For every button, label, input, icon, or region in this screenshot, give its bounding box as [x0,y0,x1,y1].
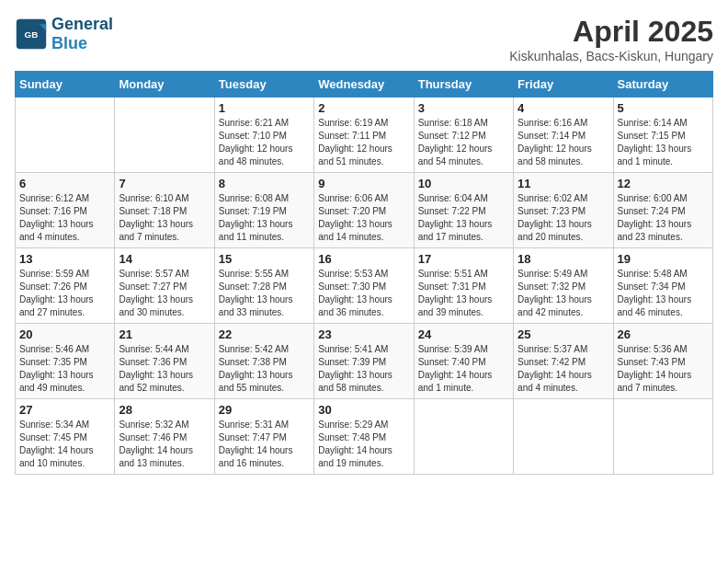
calendar-cell: 13Sunrise: 5:59 AMSunset: 7:26 PMDayligh… [16,248,115,324]
day-info: Sunrise: 6:06 AMSunset: 7:20 PMDaylight:… [318,193,392,242]
day-info: Sunrise: 5:41 AMSunset: 7:39 PMDaylight:… [318,344,392,393]
day-info: Sunrise: 6:02 AMSunset: 7:23 PMDaylight:… [518,193,592,242]
calendar-header-row: SundayMondayTuesdayWednesdayThursdayFrid… [16,72,713,98]
calendar-cell [16,98,115,173]
day-info: Sunrise: 5:46 AMSunset: 7:35 PMDaylight:… [19,344,94,393]
calendar-title: April 2025 [509,15,713,49]
day-number: 13 [19,252,110,266]
calendar-cell: 4Sunrise: 6:16 AMSunset: 7:14 PMDaylight… [514,98,613,173]
calendar-cell: 10Sunrise: 6:04 AMSunset: 7:22 PMDayligh… [414,173,513,248]
day-number: 3 [418,101,509,115]
calendar-week-row: 27Sunrise: 5:34 AMSunset: 7:45 PMDayligh… [16,399,713,475]
day-info: Sunrise: 5:39 AMSunset: 7:40 PMDaylight:… [418,344,493,393]
day-number: 19 [618,252,709,266]
day-info: Sunrise: 5:59 AMSunset: 7:26 PMDaylight:… [19,269,94,317]
calendar-cell: 20Sunrise: 5:46 AMSunset: 7:35 PMDayligh… [16,324,115,399]
day-info: Sunrise: 6:14 AMSunset: 7:15 PMDaylight:… [618,118,692,167]
calendar-week-row: 13Sunrise: 5:59 AMSunset: 7:26 PMDayligh… [16,248,713,324]
day-number: 12 [618,177,709,190]
calendar-cell: 28Sunrise: 5:32 AMSunset: 7:46 PMDayligh… [115,399,214,475]
day-number: 29 [219,403,310,417]
day-info: Sunrise: 5:48 AMSunset: 7:34 PMDaylight:… [618,269,692,317]
header-day-wednesday: Wednesday [314,72,414,98]
day-number: 17 [418,252,509,266]
calendar-cell: 8Sunrise: 6:08 AMSunset: 7:19 PMDaylight… [214,173,313,248]
day-info: Sunrise: 5:55 AMSunset: 7:28 PMDaylight:… [219,269,293,317]
day-info: Sunrise: 6:12 AMSunset: 7:16 PMDaylight:… [19,193,94,242]
header-day-thursday: Thursday [414,72,513,98]
day-number: 7 [119,177,210,190]
day-info: Sunrise: 6:21 AMSunset: 7:10 PMDaylight:… [219,118,293,167]
day-number: 2 [318,101,409,115]
day-info: Sunrise: 5:49 AMSunset: 7:32 PMDaylight:… [518,269,592,317]
calendar-cell: 16Sunrise: 5:53 AMSunset: 7:30 PMDayligh… [314,248,414,324]
day-number: 15 [219,252,310,266]
day-info: Sunrise: 6:19 AMSunset: 7:11 PMDaylight:… [318,118,392,167]
day-info: Sunrise: 6:10 AMSunset: 7:18 PMDaylight:… [119,193,193,242]
day-info: Sunrise: 6:16 AMSunset: 7:14 PMDaylight:… [518,118,592,167]
day-number: 27 [19,403,110,417]
page-header: GB General Blue April 2025 Kiskunhalas, … [15,15,713,63]
calendar-cell: 25Sunrise: 5:37 AMSunset: 7:42 PMDayligh… [514,324,613,399]
day-number: 11 [518,177,609,190]
day-number: 6 [19,177,110,190]
title-block: April 2025 Kiskunhalas, Bacs-Kiskun, Hun… [509,15,713,63]
day-info: Sunrise: 5:44 AMSunset: 7:36 PMDaylight:… [119,344,193,393]
calendar-cell: 1Sunrise: 6:21 AMSunset: 7:10 PMDaylight… [214,98,313,173]
header-day-saturday: Saturday [613,72,712,98]
day-info: Sunrise: 5:34 AMSunset: 7:45 PMDaylight:… [19,419,94,468]
day-number: 16 [318,252,409,266]
calendar-cell: 6Sunrise: 6:12 AMSunset: 7:16 PMDaylight… [16,173,115,248]
calendar-week-row: 6Sunrise: 6:12 AMSunset: 7:16 PMDaylight… [16,173,713,248]
calendar-cell: 22Sunrise: 5:42 AMSunset: 7:38 PMDayligh… [214,324,313,399]
day-info: Sunrise: 6:08 AMSunset: 7:19 PMDaylight:… [219,193,293,242]
logo-general-text: General [51,15,113,33]
calendar-cell: 2Sunrise: 6:19 AMSunset: 7:11 PMDaylight… [314,98,414,173]
day-number: 24 [418,327,509,341]
day-number: 20 [19,327,110,341]
day-number: 1 [219,101,310,115]
header-day-tuesday: Tuesday [214,72,313,98]
day-number: 5 [618,101,709,115]
calendar-cell: 21Sunrise: 5:44 AMSunset: 7:36 PMDayligh… [115,324,214,399]
day-info: Sunrise: 6:04 AMSunset: 7:22 PMDaylight:… [418,193,493,242]
calendar-cell: 5Sunrise: 6:14 AMSunset: 7:15 PMDaylight… [613,98,712,173]
day-number: 10 [418,177,509,190]
calendar-cell [613,399,712,475]
calendar-cell [514,399,613,475]
day-info: Sunrise: 6:18 AMSunset: 7:12 PMDaylight:… [418,118,493,167]
logo-icon: GB [15,17,48,51]
day-number: 30 [318,403,409,417]
calendar-cell: 3Sunrise: 6:18 AMSunset: 7:12 PMDaylight… [414,98,513,173]
calendar-cell: 15Sunrise: 5:55 AMSunset: 7:28 PMDayligh… [214,248,313,324]
day-number: 4 [518,101,609,115]
day-number: 25 [518,327,609,341]
day-info: Sunrise: 5:53 AMSunset: 7:30 PMDaylight:… [318,269,392,317]
day-number: 26 [618,327,709,341]
day-info: Sunrise: 6:00 AMSunset: 7:24 PMDaylight:… [618,193,692,242]
logo-blue-text: Blue [51,34,87,52]
calendar-cell: 24Sunrise: 5:39 AMSunset: 7:40 PMDayligh… [414,324,513,399]
calendar-cell: 30Sunrise: 5:29 AMSunset: 7:48 PMDayligh… [314,399,414,475]
calendar-cell: 14Sunrise: 5:57 AMSunset: 7:27 PMDayligh… [115,248,214,324]
header-day-monday: Monday [115,72,214,98]
day-info: Sunrise: 5:51 AMSunset: 7:31 PMDaylight:… [418,269,493,317]
calendar-cell: 27Sunrise: 5:34 AMSunset: 7:45 PMDayligh… [16,399,115,475]
day-number: 18 [518,252,609,266]
day-info: Sunrise: 5:31 AMSunset: 7:47 PMDaylight:… [219,419,293,468]
day-number: 14 [119,252,210,266]
calendar-cell: 11Sunrise: 6:02 AMSunset: 7:23 PMDayligh… [514,173,613,248]
day-info: Sunrise: 5:37 AMSunset: 7:42 PMDaylight:… [518,344,592,393]
calendar-cell: 9Sunrise: 6:06 AMSunset: 7:20 PMDaylight… [314,173,414,248]
day-number: 9 [318,177,409,190]
day-number: 28 [119,403,210,417]
day-info: Sunrise: 5:36 AMSunset: 7:43 PMDaylight:… [618,344,692,393]
day-info: Sunrise: 5:29 AMSunset: 7:48 PMDaylight:… [318,419,392,468]
svg-text:GB: GB [25,29,39,40]
day-info: Sunrise: 5:32 AMSunset: 7:46 PMDaylight:… [119,419,193,468]
calendar-table: SundayMondayTuesdayWednesdayThursdayFrid… [15,71,713,475]
header-day-friday: Friday [514,72,613,98]
calendar-cell: 18Sunrise: 5:49 AMSunset: 7:32 PMDayligh… [514,248,613,324]
calendar-cell: 17Sunrise: 5:51 AMSunset: 7:31 PMDayligh… [414,248,513,324]
calendar-cell: 19Sunrise: 5:48 AMSunset: 7:34 PMDayligh… [613,248,712,324]
